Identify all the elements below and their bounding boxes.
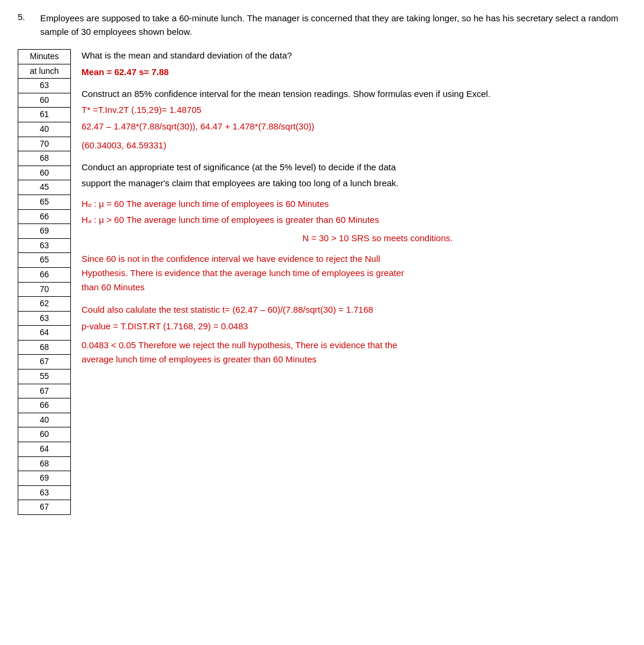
table-cell: 63 <box>18 311 71 326</box>
data-table: Minutes at lunch 63606140706860456566696… <box>18 49 71 515</box>
table-cell: 67 <box>18 355 71 370</box>
table-cell: 65 <box>18 253 71 268</box>
table-cell: 63 <box>18 79 71 93</box>
col-header-1: Minutes <box>18 50 71 64</box>
q3-h0: Hₒ : μ = 60 The average lunch time of em… <box>82 196 626 212</box>
q3-conclusion3: than 60 Minutes <box>82 280 626 294</box>
table-cell: 62 <box>18 297 71 312</box>
table-cell: 66 <box>18 209 71 224</box>
q1-answer: Mean = 62.47 s= 7.88 <box>82 65 626 79</box>
table-cell: 69 <box>18 471 71 486</box>
q3-ha: Hₐ : μ > 60 The average lunch time of em… <box>82 212 626 228</box>
table-cell: 63 <box>18 238 71 253</box>
q4-final1: 0.0483 < 0.05 Therefore we reject the nu… <box>82 338 626 352</box>
q2-answer-line3: (60.34003, 64.59331) <box>82 138 626 153</box>
table-cell: 68 <box>18 456 71 471</box>
table-cell: 67 <box>18 384 71 398</box>
q3-block: Conduct an appropriate test of significa… <box>82 161 626 294</box>
q4-pvalue: p-value = T.DIST.RT (1.7168, 29) = 0.048… <box>82 319 626 333</box>
table-cell: 60 <box>18 93 71 108</box>
table-cell: 70 <box>18 137 71 151</box>
problem-number: 5. <box>18 12 34 22</box>
table-cell: 69 <box>18 224 71 239</box>
table-cell: 67 <box>18 500 71 515</box>
q3-conclusion1: Since 60 is not in the confidence interv… <box>82 252 626 266</box>
q3-conditions: N = 30 > 10 SRS so meets conditions. <box>82 230 626 246</box>
table-cell: 55 <box>18 370 71 384</box>
table-cell: 64 <box>18 326 71 341</box>
table-cell: 40 <box>18 413 71 427</box>
answers-section: What is the mean and standard deviation … <box>71 49 626 515</box>
q4-test-stat: Could also calulate the test statistic t… <box>82 303 626 317</box>
table-cell: 40 <box>18 122 71 137</box>
q2-block: Construct an 85% confidence interval for… <box>82 87 626 153</box>
table-cell: 68 <box>18 151 71 166</box>
table-cell: 61 <box>18 108 71 122</box>
table-cell: 60 <box>18 166 71 180</box>
problem-container: 5. Employees are supposed to take a 60-m… <box>18 12 626 515</box>
table-cell: 65 <box>18 195 71 209</box>
problem-statement: Employees are supposed to take a 60-minu… <box>40 12 626 38</box>
table-cell: 68 <box>18 340 71 355</box>
table-cell: 64 <box>18 442 71 457</box>
q1-question: What is the mean and standard deviation … <box>82 49 626 63</box>
q1-block: What is the mean and standard deviation … <box>82 49 626 79</box>
q4-block: Could also calulate the test statistic t… <box>82 303 626 367</box>
q3-conclusion2: Hypothesis. There is evidence that the a… <box>82 266 626 280</box>
table-cell: 70 <box>18 282 71 297</box>
q3-question2: support the manager's claim that employe… <box>82 177 626 190</box>
col-header-2: at lunch <box>18 64 71 79</box>
q2-answer-line2: 62.47 – 1.478*(7.88/sqrt(30)), 64.47 + 1… <box>82 119 626 134</box>
table-cell: 60 <box>18 427 71 442</box>
table-cell: 66 <box>18 398 71 413</box>
q4-final2: average lunch time of employees is great… <box>82 352 626 367</box>
q2-answer-line1: T* =T.Inv.2T (.15,29)= 1.48705 <box>82 103 626 117</box>
table-cell: 66 <box>18 267 71 282</box>
table-cell: 63 <box>18 485 71 500</box>
q2-question: Construct an 85% confidence interval for… <box>82 87 626 101</box>
table-cell: 45 <box>18 180 71 195</box>
q3-question1: Conduct an appropriate test of significa… <box>82 161 626 174</box>
problem-header: 5. Employees are supposed to take a 60-m… <box>18 12 626 38</box>
main-content: Minutes at lunch 63606140706860456566696… <box>18 49 626 515</box>
